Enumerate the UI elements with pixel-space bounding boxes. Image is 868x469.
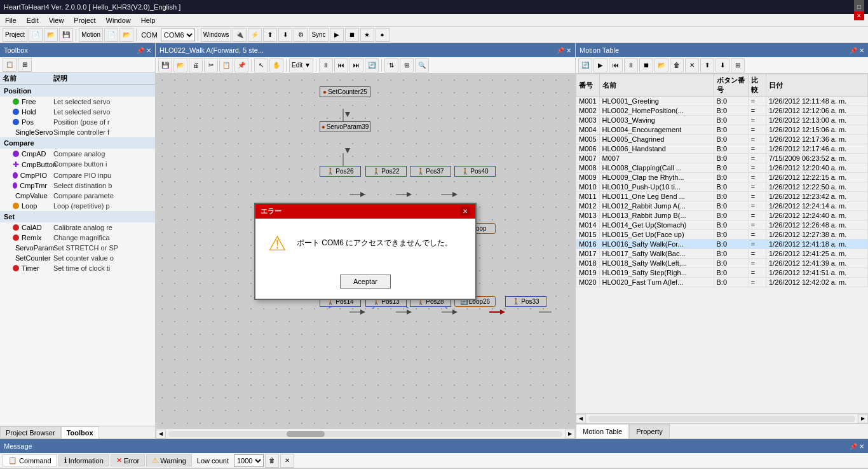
toolbox-item-timer[interactable]: Timer Set time of clock ti xyxy=(0,263,155,273)
canvas-paste-btn[interactable]: 📌 xyxy=(234,58,248,72)
toolbox-item-hold[interactable]: Hold Let selected servo xyxy=(0,107,155,117)
motion-table-row[interactable]: M011 HLO011_One Leg Bend ... B:0 = 1/26/… xyxy=(576,192,868,201)
canvas-select-btn[interactable]: ↖ xyxy=(254,58,268,72)
open-button[interactable]: 📂 xyxy=(44,28,58,42)
play-button[interactable]: ▶ xyxy=(330,28,344,42)
toolbox-item-cmptmr[interactable]: CmpTmr Select distination b xyxy=(0,180,155,191)
toolbox-item-remix[interactable]: Remix Change magnifica xyxy=(0,233,155,243)
canvas-sort-btn[interactable]: ⇅ xyxy=(384,58,398,72)
motion-refresh-btn[interactable]: 🔄 xyxy=(578,58,592,72)
motion-table-row[interactable]: M006 HLO006_Handstand B:0 = 1/26/2012 12… xyxy=(576,144,868,154)
menu-window[interactable]: Window xyxy=(101,15,136,25)
toolbox-item-singleservo[interactable]: SingleServo Simple controller f xyxy=(0,127,155,137)
msg-tab-error[interactable]: ✕Error xyxy=(111,454,145,466)
motion-pin-button[interactable]: 📌 xyxy=(850,47,857,54)
dialog-close-button[interactable]: ✕ xyxy=(460,207,470,215)
scroll-track[interactable] xyxy=(168,431,562,437)
menu-help[interactable]: Help xyxy=(136,15,161,25)
toolbox-item-cmppio[interactable]: CmpPIO Compare PIO inpu xyxy=(0,170,155,180)
canvas-copy-btn[interactable]: 📋 xyxy=(219,58,233,72)
dialog-ok-button[interactable]: Aceptar xyxy=(340,275,391,289)
canvas-edit-btn[interactable]: Edit ▼ xyxy=(289,58,313,72)
toolbox-item-free[interactable]: Free Let selected servo xyxy=(0,97,155,107)
toolbox-tab[interactable]: Toolbox xyxy=(61,426,99,438)
motion-table-row[interactable]: M019 HLO019_Safty Step(Righ... B:0 = 1/2… xyxy=(576,268,868,278)
canvas-pause-btn[interactable]: ⏸ xyxy=(319,58,333,72)
canvas-step-btn[interactable]: ⏭ xyxy=(349,58,363,72)
motion-table-row[interactable]: M014 HLO014_Get Up(Stomach) B:0 = 1/26/2… xyxy=(576,221,868,230)
motion-stop-btn[interactable]: ⏹ xyxy=(639,58,653,72)
motion-up-btn[interactable]: ⬆ xyxy=(700,58,714,72)
motion-scroll-right[interactable]: ▶ xyxy=(858,414,868,423)
motion-close-button[interactable]: ✕ xyxy=(859,47,864,54)
motion-table-row[interactable]: M002 HLO002_HomePosition(... B:0 = 1/26/… xyxy=(576,106,868,116)
project-browser-tab[interactable]: Project Browser xyxy=(0,426,61,438)
dot-button[interactable]: ● xyxy=(376,28,390,42)
msg-tab-information[interactable]: ℹInformation xyxy=(58,454,109,466)
motion-delete2-btn[interactable]: ✕ xyxy=(685,58,699,72)
canvas-close-button[interactable]: ✕ xyxy=(566,47,571,54)
motion-table-row[interactable]: M020 HLO020_Fast Turn A(lef... B:0 = 1/2… xyxy=(576,278,868,287)
connect-button[interactable]: 🔌 xyxy=(233,28,247,42)
scroll-thumb[interactable] xyxy=(287,431,325,437)
toolbox-close-button[interactable]: ✕ xyxy=(146,47,151,54)
toolbox-item-cmpbutton[interactable]: ✚CmpButton Compare button i xyxy=(0,159,155,170)
canvas-print-btn[interactable]: 🖨 xyxy=(189,58,203,72)
menu-edit[interactable]: Edit xyxy=(22,15,44,25)
motion-play-btn[interactable]: ▶ xyxy=(593,58,607,72)
motion-delete-btn[interactable]: 🗑 xyxy=(670,58,684,72)
msg-close-btn[interactable]: ✕ xyxy=(280,454,294,468)
motion-table-row[interactable]: M010 HLO010_Push-Up(10 ti... B:0 = 1/26/… xyxy=(576,182,868,192)
toolbox-section-position[interactable]: Position xyxy=(0,85,155,97)
toolbox-item-calad[interactable]: CalAD Calibrate analog re xyxy=(0,222,155,233)
toolbox-view-button[interactable]: 📋 xyxy=(3,58,17,72)
canvas-grid-btn[interactable]: ⊞ xyxy=(400,58,414,72)
motion-table-container[interactable]: 番号 名前 ボタン番号 比較 日付 M001 HLO001_Greeting B… xyxy=(576,74,868,413)
maximize-button[interactable]: □ xyxy=(854,3,864,11)
toolbox-item-setcounter[interactable]: SetCounter Set counter value o xyxy=(0,253,155,263)
upload-button[interactable]: ⬆ xyxy=(263,28,277,42)
motion-scroll-left[interactable]: ◀ xyxy=(576,414,586,423)
close-button[interactable]: ✕ xyxy=(854,11,864,20)
motion-pause-btn[interactable]: ⏸ xyxy=(624,58,638,72)
canvas-content[interactable]: ● SetCounter25 ▼ ● ServoParam39 ▼ 🚶Pos26… xyxy=(156,74,575,428)
disconnect-button[interactable]: ⚡ xyxy=(248,28,262,42)
canvas-cut-btn[interactable]: ✂ xyxy=(204,58,218,72)
sync-button[interactable]: Sync xyxy=(309,28,328,42)
toolbox-item-cmpad[interactable]: CmpAD Compare analog xyxy=(0,149,155,159)
motion-open-button[interactable]: 📂 xyxy=(119,28,133,42)
tab-property[interactable]: Property xyxy=(629,424,670,438)
tab-motion-table[interactable]: Motion Table xyxy=(576,424,629,438)
canvas-save-btn[interactable]: 💾 xyxy=(158,58,172,72)
msg-clear-btn[interactable]: 🗑 xyxy=(265,454,279,468)
motion-button[interactable]: Motion xyxy=(79,28,103,42)
motion-table-row[interactable]: M009 HLO009_Clap the Rhyth... B:0 = 1/26… xyxy=(576,173,868,182)
toolbox-grid-button[interactable]: ⊞ xyxy=(18,58,32,72)
toolbox-pin-button[interactable]: 📌 xyxy=(137,47,144,54)
toolbox-section-set[interactable]: Set xyxy=(0,211,155,222)
menu-file[interactable]: File xyxy=(0,15,22,25)
msg-tab-warning[interactable]: ⚠Warning xyxy=(146,454,192,466)
motion-table-row[interactable]: M008 HLO008_Clapping(Call ... B:0 = 1/26… xyxy=(576,163,868,173)
canvas-open-btn[interactable]: 📂 xyxy=(173,58,187,72)
canvas-move-btn[interactable]: ✋ xyxy=(269,58,283,72)
project-button[interactable]: Project xyxy=(3,28,27,42)
motion-table-row[interactable]: M013 HLO013_Rabbit Jump B(... B:0 = 1/26… xyxy=(576,211,868,221)
motion-down-btn[interactable]: ⬇ xyxy=(715,58,729,72)
motion-new-button[interactable]: 📄 xyxy=(104,28,118,42)
motion-table-row[interactable]: M003 HLO003_Waving B:0 = 1/26/2012 12:13… xyxy=(576,116,868,125)
windows-button[interactable]: Windows xyxy=(201,28,232,42)
message-pin-button[interactable]: 📌 xyxy=(850,443,857,450)
motion-table-row[interactable]: M005 HLO005_Chagrined B:0 = 1/26/2012 12… xyxy=(576,135,868,144)
toolbox-item-servoparam[interactable]: ServoParam Set STRETCH or SP xyxy=(0,243,155,253)
new-button[interactable]: 📄 xyxy=(29,28,43,42)
motion-skipstart-btn[interactable]: ⏮ xyxy=(609,58,623,72)
scroll-left-button[interactable]: ◀ xyxy=(156,430,166,438)
toolbox-item-pos[interactable]: Pos Position (pose of r xyxy=(0,117,155,127)
motion-table-row[interactable]: M007 M007 B:0 = 7/15/2009 06:23:52 a. m. xyxy=(576,154,868,163)
download-button[interactable]: ⬇ xyxy=(278,28,292,42)
menu-view[interactable]: View xyxy=(44,15,69,25)
scroll-right-button[interactable]: ▶ xyxy=(565,430,575,438)
canvas-reset-btn[interactable]: 🔄 xyxy=(365,58,379,72)
motion-table-row[interactable]: M001 HLO001_Greeting B:0 = 1/26/2012 12:… xyxy=(576,97,868,106)
